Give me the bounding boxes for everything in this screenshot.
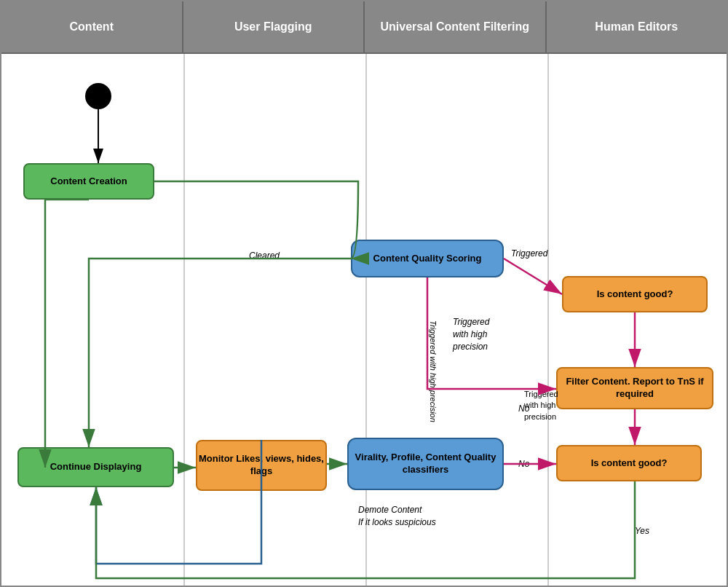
content-creation-node: Content Creation	[23, 163, 154, 200]
header-human-editors: Human Editors	[547, 1, 727, 52]
diagram-container: Content User Flagging Universal Content …	[0, 0, 728, 587]
is-content-good-1-node: Is content good?	[562, 276, 708, 312]
label-triggered-high-1: Triggeredwith highprecision	[453, 316, 489, 352]
header-ucf: Universal Content Filtering	[365, 1, 547, 52]
filter-content-node: Filter Content. Report to TnS if require…	[556, 367, 713, 409]
continue-displaying-node: Continue Displaying	[17, 447, 174, 487]
label-triggered-vertical: Triggered with high precision	[429, 320, 438, 422]
header-user-flagging: User Flagging	[183, 1, 365, 52]
body-area: Content Creation Content Quality Scoring…	[1, 54, 727, 587]
label-demote: Demote ContentIf it looks suspicious	[358, 504, 436, 529]
label-cleared: Cleared	[249, 251, 280, 261]
header-row: Content User Flagging Universal Content …	[1, 1, 727, 54]
monitor-likes-node: Monitor Likes, views, hides, flags	[196, 440, 327, 491]
col-divider-1	[183, 54, 185, 587]
label-no-2: No	[518, 459, 529, 469]
svg-line-5	[504, 259, 562, 294]
label-yes: Yes	[635, 526, 649, 536]
header-content: Content	[1, 1, 183, 52]
content-quality-scoring-node: Content Quality Scoring	[351, 240, 504, 277]
is-content-good-2-node: Is content good?	[556, 445, 702, 481]
label-triggered-high-2: Triggeredwith highprecision	[524, 389, 558, 422]
col-divider-3	[547, 54, 549, 587]
label-triggered: Triggered	[511, 248, 547, 259]
start-node	[85, 83, 111, 109]
virality-classifiers-node: Virality, Profile, Content Quality class…	[347, 438, 504, 490]
